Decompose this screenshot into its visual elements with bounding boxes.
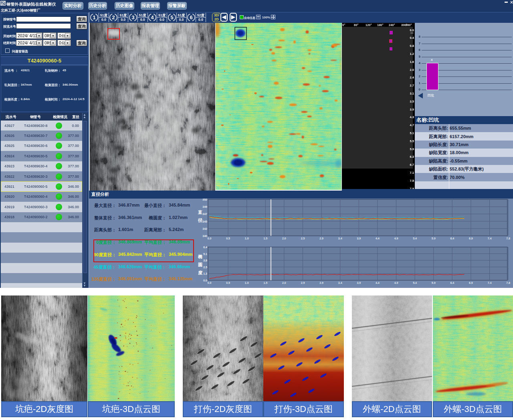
svg-text:2: 2 [112,14,115,20]
svg-text:4: 4 [151,14,154,20]
svg-text:6: 6 [190,14,192,20]
svg-text:5: 5 [170,14,173,20]
svg-text:1: 1 [93,14,95,20]
svg-text:3: 3 [131,14,134,20]
